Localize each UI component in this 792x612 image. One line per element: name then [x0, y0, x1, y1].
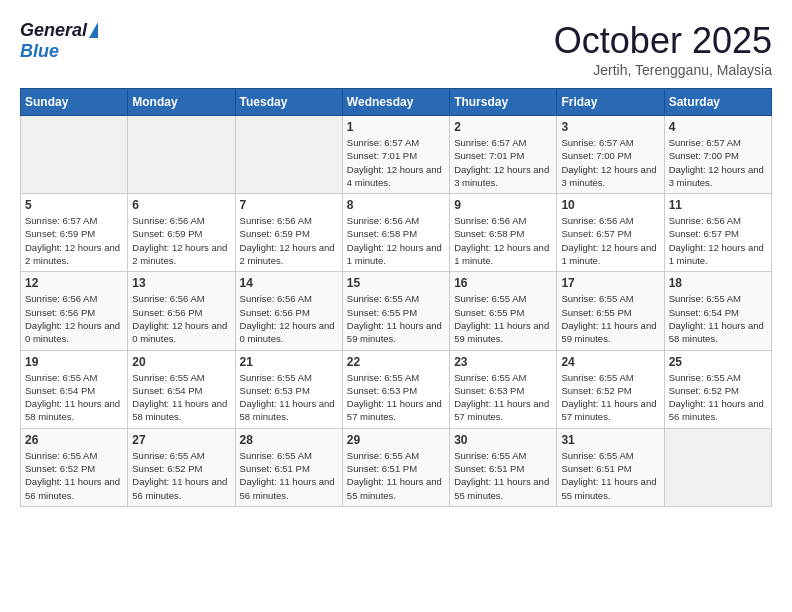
day-detail: Sunrise: 6:55 AMSunset: 6:51 PMDaylight:… [240, 449, 338, 502]
day-detail: Sunrise: 6:56 AMSunset: 6:58 PMDaylight:… [454, 214, 552, 267]
day-detail: Sunrise: 6:55 AMSunset: 6:53 PMDaylight:… [240, 371, 338, 424]
week-row-3: 12Sunrise: 6:56 AMSunset: 6:56 PMDayligh… [21, 272, 772, 350]
calendar-cell: 24Sunrise: 6:55 AMSunset: 6:52 PMDayligh… [557, 350, 664, 428]
day-number: 30 [454, 433, 552, 447]
day-detail: Sunrise: 6:55 AMSunset: 6:52 PMDaylight:… [669, 371, 767, 424]
logo-triangle-icon [89, 22, 98, 38]
calendar-cell: 11Sunrise: 6:56 AMSunset: 6:57 PMDayligh… [664, 194, 771, 272]
calendar-cell: 31Sunrise: 6:55 AMSunset: 6:51 PMDayligh… [557, 428, 664, 506]
day-detail: Sunrise: 6:56 AMSunset: 6:56 PMDaylight:… [132, 292, 230, 345]
calendar-cell: 15Sunrise: 6:55 AMSunset: 6:55 PMDayligh… [342, 272, 449, 350]
day-number: 8 [347, 198, 445, 212]
day-number: 14 [240, 276, 338, 290]
day-detail: Sunrise: 6:57 AMSunset: 7:01 PMDaylight:… [454, 136, 552, 189]
day-number: 22 [347, 355, 445, 369]
calendar-cell: 30Sunrise: 6:55 AMSunset: 6:51 PMDayligh… [450, 428, 557, 506]
week-row-2: 5Sunrise: 6:57 AMSunset: 6:59 PMDaylight… [21, 194, 772, 272]
calendar-cell: 2Sunrise: 6:57 AMSunset: 7:01 PMDaylight… [450, 116, 557, 194]
day-number: 27 [132, 433, 230, 447]
page-header: General Blue October 2025 Jertih, Tereng… [20, 20, 772, 78]
day-number: 11 [669, 198, 767, 212]
day-number: 15 [347, 276, 445, 290]
calendar-cell: 22Sunrise: 6:55 AMSunset: 6:53 PMDayligh… [342, 350, 449, 428]
day-number: 16 [454, 276, 552, 290]
calendar-cell [235, 116, 342, 194]
calendar-table: SundayMondayTuesdayWednesdayThursdayFrid… [20, 88, 772, 507]
day-number: 13 [132, 276, 230, 290]
day-number: 23 [454, 355, 552, 369]
day-number: 21 [240, 355, 338, 369]
calendar-cell: 25Sunrise: 6:55 AMSunset: 6:52 PMDayligh… [664, 350, 771, 428]
title-section: October 2025 Jertih, Terengganu, Malaysi… [554, 20, 772, 78]
calendar-cell: 19Sunrise: 6:55 AMSunset: 6:54 PMDayligh… [21, 350, 128, 428]
day-number: 4 [669, 120, 767, 134]
day-detail: Sunrise: 6:55 AMSunset: 6:55 PMDaylight:… [347, 292, 445, 345]
month-title: October 2025 [554, 20, 772, 62]
calendar-cell [128, 116, 235, 194]
calendar-cell [21, 116, 128, 194]
day-number: 7 [240, 198, 338, 212]
calendar-cell: 16Sunrise: 6:55 AMSunset: 6:55 PMDayligh… [450, 272, 557, 350]
calendar-cell: 8Sunrise: 6:56 AMSunset: 6:58 PMDaylight… [342, 194, 449, 272]
day-detail: Sunrise: 6:55 AMSunset: 6:53 PMDaylight:… [454, 371, 552, 424]
calendar-cell: 3Sunrise: 6:57 AMSunset: 7:00 PMDaylight… [557, 116, 664, 194]
day-number: 6 [132, 198, 230, 212]
weekday-header-sunday: Sunday [21, 89, 128, 116]
calendar-cell: 28Sunrise: 6:55 AMSunset: 6:51 PMDayligh… [235, 428, 342, 506]
day-number: 20 [132, 355, 230, 369]
day-number: 31 [561, 433, 659, 447]
calendar-cell: 27Sunrise: 6:55 AMSunset: 6:52 PMDayligh… [128, 428, 235, 506]
day-detail: Sunrise: 6:55 AMSunset: 6:51 PMDaylight:… [561, 449, 659, 502]
logo-general: General [20, 20, 87, 41]
calendar-cell: 29Sunrise: 6:55 AMSunset: 6:51 PMDayligh… [342, 428, 449, 506]
calendar-cell: 21Sunrise: 6:55 AMSunset: 6:53 PMDayligh… [235, 350, 342, 428]
day-detail: Sunrise: 6:57 AMSunset: 7:00 PMDaylight:… [561, 136, 659, 189]
weekday-header-row: SundayMondayTuesdayWednesdayThursdayFrid… [21, 89, 772, 116]
calendar-cell: 9Sunrise: 6:56 AMSunset: 6:58 PMDaylight… [450, 194, 557, 272]
day-number: 24 [561, 355, 659, 369]
day-number: 2 [454, 120, 552, 134]
calendar-cell: 5Sunrise: 6:57 AMSunset: 6:59 PMDaylight… [21, 194, 128, 272]
day-number: 17 [561, 276, 659, 290]
week-row-4: 19Sunrise: 6:55 AMSunset: 6:54 PMDayligh… [21, 350, 772, 428]
calendar-cell: 23Sunrise: 6:55 AMSunset: 6:53 PMDayligh… [450, 350, 557, 428]
week-row-1: 1Sunrise: 6:57 AMSunset: 7:01 PMDaylight… [21, 116, 772, 194]
day-detail: Sunrise: 6:56 AMSunset: 6:59 PMDaylight:… [132, 214, 230, 267]
day-number: 19 [25, 355, 123, 369]
weekday-header-thursday: Thursday [450, 89, 557, 116]
weekday-header-wednesday: Wednesday [342, 89, 449, 116]
logo-blue: Blue [20, 41, 59, 62]
calendar-cell: 1Sunrise: 6:57 AMSunset: 7:01 PMDaylight… [342, 116, 449, 194]
day-number: 26 [25, 433, 123, 447]
day-detail: Sunrise: 6:57 AMSunset: 7:00 PMDaylight:… [669, 136, 767, 189]
day-detail: Sunrise: 6:56 AMSunset: 6:57 PMDaylight:… [561, 214, 659, 267]
weekday-header-monday: Monday [128, 89, 235, 116]
day-number: 1 [347, 120, 445, 134]
day-number: 25 [669, 355, 767, 369]
week-row-5: 26Sunrise: 6:55 AMSunset: 6:52 PMDayligh… [21, 428, 772, 506]
day-detail: Sunrise: 6:55 AMSunset: 6:52 PMDaylight:… [132, 449, 230, 502]
day-detail: Sunrise: 6:55 AMSunset: 6:51 PMDaylight:… [347, 449, 445, 502]
day-detail: Sunrise: 6:56 AMSunset: 6:57 PMDaylight:… [669, 214, 767, 267]
calendar-cell: 18Sunrise: 6:55 AMSunset: 6:54 PMDayligh… [664, 272, 771, 350]
day-detail: Sunrise: 6:55 AMSunset: 6:52 PMDaylight:… [561, 371, 659, 424]
day-number: 29 [347, 433, 445, 447]
calendar-cell [664, 428, 771, 506]
calendar-cell: 10Sunrise: 6:56 AMSunset: 6:57 PMDayligh… [557, 194, 664, 272]
day-detail: Sunrise: 6:55 AMSunset: 6:54 PMDaylight:… [25, 371, 123, 424]
day-detail: Sunrise: 6:57 AMSunset: 7:01 PMDaylight:… [347, 136, 445, 189]
day-detail: Sunrise: 6:56 AMSunset: 6:59 PMDaylight:… [240, 214, 338, 267]
day-detail: Sunrise: 6:56 AMSunset: 6:56 PMDaylight:… [25, 292, 123, 345]
calendar-cell: 17Sunrise: 6:55 AMSunset: 6:55 PMDayligh… [557, 272, 664, 350]
day-detail: Sunrise: 6:55 AMSunset: 6:52 PMDaylight:… [25, 449, 123, 502]
calendar-cell: 13Sunrise: 6:56 AMSunset: 6:56 PMDayligh… [128, 272, 235, 350]
day-detail: Sunrise: 6:55 AMSunset: 6:51 PMDaylight:… [454, 449, 552, 502]
logo: General Blue [20, 20, 98, 62]
day-number: 10 [561, 198, 659, 212]
day-detail: Sunrise: 6:56 AMSunset: 6:56 PMDaylight:… [240, 292, 338, 345]
calendar-cell: 7Sunrise: 6:56 AMSunset: 6:59 PMDaylight… [235, 194, 342, 272]
day-number: 12 [25, 276, 123, 290]
day-detail: Sunrise: 6:55 AMSunset: 6:53 PMDaylight:… [347, 371, 445, 424]
weekday-header-tuesday: Tuesday [235, 89, 342, 116]
day-detail: Sunrise: 6:56 AMSunset: 6:58 PMDaylight:… [347, 214, 445, 267]
